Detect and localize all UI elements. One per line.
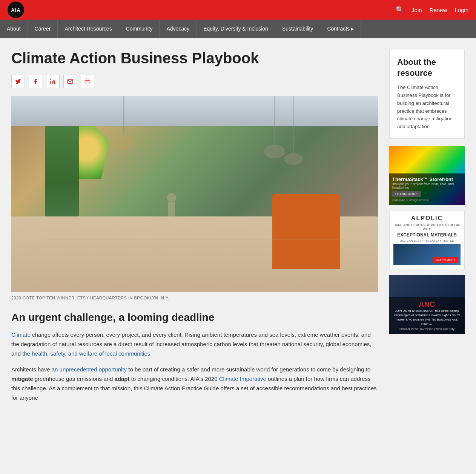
print-button[interactable] (81, 75, 94, 88)
nav-item-equity[interactable]: Equity, Diversity & Inclusion (197, 20, 275, 38)
ad3-text: JOIN US for an exclusive VIP tour of the… (392, 309, 462, 326)
twitter-share-button[interactable] (11, 75, 25, 88)
ad-thermastack-overlay: ThermaStack™ Storefront Insulate your pr… (389, 173, 465, 205)
search-icon[interactable]: 🔍 (396, 6, 404, 14)
top-bar: AIA 🔍 Join Renew Login (0, 0, 476, 20)
svg-point-7 (284, 153, 303, 165)
ad1-company: Oldcastle BuildingEnvelope (392, 198, 462, 202)
aia-logo[interactable]: AIA (8, 2, 24, 18)
nav-item-community[interactable]: Community (119, 20, 160, 38)
nav-bar: About Career Architect Resources Communi… (0, 20, 476, 38)
top-actions: 🔍 Join Renew Login (396, 6, 468, 14)
login-link[interactable]: Login (455, 7, 468, 13)
nav-item-sustainability[interactable]: Sustainability (275, 20, 321, 38)
main-article: Climate Action Business Playbook (11, 49, 378, 409)
article-title: Climate Action Business Playbook (11, 49, 378, 67)
facebook-share-button[interactable] (29, 75, 42, 88)
ad-alpolic[interactable]: ALPOLIC SAFE AND BEAUTIFUL PROJECTS BEGI… (389, 211, 465, 269)
svg-rect-2 (123, 96, 124, 141)
renew-link[interactable]: Renew (430, 7, 447, 13)
svg-rect-1 (86, 82, 89, 84)
svg-point-3 (112, 135, 135, 150)
climate-link[interactable]: Climate (11, 331, 31, 338)
body-text-2: Architects have an unprecedented opportu… (11, 365, 378, 402)
ad3-brand: ANC (392, 300, 462, 309)
ad1-brand: ThermaStack™ Storefront (392, 176, 462, 182)
nav-item-advocacy[interactable]: Advocacy (160, 20, 197, 38)
sidebar: About the resource The Climate Action Bu… (389, 49, 465, 409)
body-text-1: Climate change affects every person, eve… (11, 330, 378, 358)
nav-item-architect-resources[interactable]: Architect Resources (58, 20, 119, 38)
about-resource-box: About the resource The Climate Action Bu… (389, 49, 465, 139)
about-resource-title: About the resource (397, 57, 457, 78)
svg-point-0 (50, 79, 51, 80)
image-caption: 2020 COTE TOP TEN WINNER, ETSY HEADQUART… (11, 296, 378, 300)
nav-item-career[interactable]: Career (28, 20, 58, 38)
ad2-brand: ALPOLIC (411, 215, 443, 222)
svg-rect-9 (168, 201, 175, 224)
ad1-tagline: Insulate your project from heat, cold, a… (392, 182, 462, 190)
nav-item-contracts[interactable]: Contracts ▸ (320, 20, 361, 38)
social-bar (11, 75, 378, 88)
ad3-sub: October 2022 | In-Person | New York City (392, 327, 462, 331)
svg-rect-4 (274, 96, 275, 149)
ad-anc[interactable]: ANC JOIN US for an exclusive VIP tour of… (389, 275, 465, 334)
ad2-image: LEARN MORE (393, 244, 461, 265)
join-link[interactable]: Join (412, 7, 422, 13)
ad2-tagline: SAFE AND BEAUTIFUL PROJECTS BEGIN WITH (393, 223, 461, 231)
ad-thermastack[interactable]: ThermaStack™ Storefront Insulate your pr… (389, 146, 465, 205)
about-resource-text: The Climate Action Business Playbook is … (397, 84, 457, 131)
svg-point-10 (167, 193, 176, 202)
page-content: Climate Action Business Playbook (0, 38, 476, 420)
climate-imperative-link[interactable]: Climate Imperative (219, 376, 266, 382)
ad2-highlight: EXCEPTIONAL MATERIALS (397, 232, 457, 238)
health-link[interactable]: the health, safety, and welfare of local… (22, 350, 152, 357)
svg-point-5 (264, 145, 285, 158)
ad3-overlay: ANC JOIN US for an exclusive VIP tour of… (389, 297, 465, 334)
section-heading: An urgent challenge, a looming deadline (11, 311, 378, 324)
hero-image (11, 96, 378, 292)
nav-item-about[interactable]: About (0, 20, 28, 38)
unprecedented-link[interactable]: an unprecedented opportunity (52, 366, 127, 373)
linkedin-share-button[interactable] (46, 75, 60, 88)
svg-rect-6 (293, 96, 294, 156)
ad2-sub: ULC CAN-S134 FIRE-SAFETY TESTED (400, 239, 454, 242)
ad1-learn-more[interactable]: LEARN MORE (392, 191, 421, 197)
ad2-learn-more[interactable]: LEARN MORE (433, 257, 458, 263)
hero-image-container (11, 96, 378, 292)
email-share-button[interactable] (63, 75, 77, 88)
